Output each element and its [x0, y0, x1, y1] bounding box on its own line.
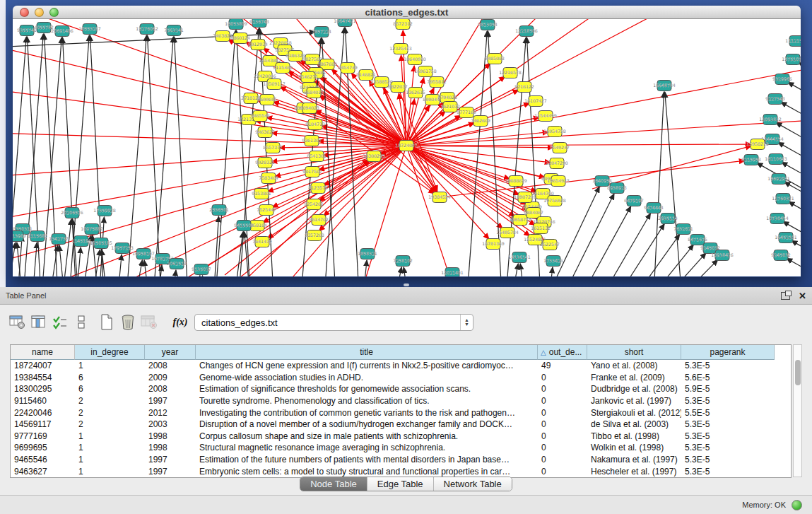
network-node-label: 15495784: [496, 230, 519, 235]
table-row[interactable]: 1456911722003Disruption of a novel membe…: [11, 419, 791, 431]
cell-out_degree: 0: [538, 431, 587, 443]
network-node-label: 9361302: [302, 138, 322, 143]
network-node-label: 19654923: [547, 178, 570, 183]
network-node-label: 1362615: [406, 90, 425, 95]
cell-short: Franke et al. (2009): [587, 372, 681, 384]
network-node-label: 17359928: [93, 208, 116, 213]
network-window[interactable]: citations_edges.txt 18724007935574140557…: [13, 6, 801, 277]
column-header-short[interactable]: short: [587, 345, 681, 360]
network-node-label: 7485083: [485, 56, 505, 61]
cell-title: Tourette syndrome. Phenomenology and cla…: [196, 395, 538, 407]
network-node-label: 16210643: [765, 156, 787, 161]
column-header-pagerank[interactable]: pagerank: [681, 345, 775, 360]
cell-short: Yano et al. (2008): [587, 360, 681, 372]
column-header-name[interactable]: name: [11, 345, 75, 360]
network-node-label: 8471676: [688, 237, 707, 242]
delete-trash-icon[interactable]: [117, 313, 139, 332]
dropdown-stepper-icon: ▲▼: [460, 315, 473, 330]
network-node-label: 17957253: [111, 245, 134, 250]
network-node-label: 8557377: [263, 145, 283, 150]
show-columns-icon[interactable]: [28, 313, 49, 332]
table-row[interactable]: 969969511998Structural magnetic resonanc…: [11, 442, 791, 454]
cell-in_degree: 2: [75, 419, 145, 431]
network-node-label: 10647421: [334, 19, 356, 23]
table-row[interactable]: 946554611997Estimation of the future num…: [11, 454, 791, 466]
table-settings-icon[interactable]: [7, 313, 28, 332]
network-node-label: 18640910: [404, 57, 426, 62]
cell-title: Changes of HCN gene expression and I(f) …: [196, 360, 538, 372]
network-node-label: 16107427: [524, 98, 547, 103]
table-panel: Table Panel ✕: [0, 287, 812, 514]
network-window-titlebar[interactable]: citations_edges.txt: [13, 6, 801, 19]
column-header-in_degree[interactable]: in_degree: [75, 345, 145, 360]
table-row[interactable]: 911546021997Tourette syndrome. Phenomeno…: [11, 395, 791, 407]
function-builder-icon[interactable]: f(x): [170, 313, 191, 332]
network-node-label: 16648784: [653, 83, 676, 88]
cell-pagerank: 5.3E-5: [681, 454, 775, 466]
memory-status-indicator[interactable]: [792, 500, 802, 510]
network-node-label: 8912934: [248, 42, 268, 47]
float-panel-icon[interactable]: [781, 292, 790, 300]
cell-year: 1998: [145, 431, 196, 443]
cell-pagerank: 5.3E-5: [681, 419, 775, 431]
table-header-row: namein_degreeyeartitle△out_de...shortpag…: [11, 345, 791, 360]
table-scrollbar[interactable]: [793, 344, 802, 477]
network-node-label: 16781369: [482, 241, 505, 246]
table-row[interactable]: 946362711997Embryonic stem cells: a mode…: [11, 465, 791, 477]
application-window: citations_edges.txt 18724007935574140557…: [0, 0, 812, 514]
table-selector-dropdown[interactable]: citations_edges.txt ▲▼: [194, 314, 473, 331]
cell-title: Genome-wide association studies in ADHD.: [196, 372, 538, 384]
network-node-label: 8541301: [307, 153, 326, 158]
cell-year: 1997: [145, 395, 196, 407]
panel-resize-grip[interactable]: [404, 284, 409, 286]
cell-short: Jankovic et al. (1997): [587, 395, 681, 407]
network-node-label: 12021401: [441, 270, 464, 275]
network-node-label: 7955812: [427, 79, 447, 84]
network-node-label: 9254201: [304, 201, 324, 206]
network-window-title: citations_edges.txt: [13, 7, 801, 18]
network-node-label: 2935114: [658, 216, 678, 221]
cell-short: Wolkin et al. (1998): [587, 442, 681, 454]
cell-name: 18724007: [11, 360, 75, 372]
network-node-label: 9928321: [255, 160, 275, 165]
tab-network-table[interactable]: Network Table: [434, 477, 512, 491]
network-node-label: 20691406: [51, 28, 73, 33]
close-panel-icon[interactable]: ✕: [799, 291, 806, 300]
cell-in_degree: 1: [75, 360, 145, 372]
column-header-title[interactable]: title: [196, 345, 538, 360]
cell-name: 9115460: [11, 395, 75, 407]
cell-out_degree: 0: [538, 407, 587, 419]
network-node-label: 18907249: [514, 194, 536, 199]
row-mode-icon[interactable]: [71, 313, 92, 332]
network-node-label: 7525447: [257, 207, 276, 212]
network-node-label: 8350311: [13, 226, 33, 231]
cell-name: 14569117: [11, 419, 75, 431]
cell-name: 18300295: [11, 383, 75, 395]
network-node-label: 12093832: [759, 117, 782, 122]
tab-edge-table[interactable]: Edge Table: [367, 477, 434, 491]
delete-table-icon: [139, 313, 160, 332]
cell-short: Stergiakouli et al. (2012): [587, 407, 681, 419]
network-node-label: 12505185: [90, 240, 112, 245]
cell-in_degree: 6: [75, 372, 145, 384]
tab-node-table[interactable]: Node Table: [300, 477, 367, 491]
table-row[interactable]: 1938455462009Genome-wide association stu…: [11, 372, 791, 384]
network-node-label: 12325413: [389, 46, 412, 51]
column-header-year[interactable]: year: [145, 345, 196, 360]
table-row[interactable]: 1872400712008Changes of HCN gene express…: [11, 360, 791, 372]
network-node-label: 8216122: [514, 84, 534, 89]
network-node-label: 10958107: [132, 251, 155, 256]
new-document-icon[interactable]: [96, 313, 117, 332]
network-node-label: 8215953: [741, 157, 761, 162]
column-header-out_degree[interactable]: △out_de...: [538, 345, 587, 360]
table-row[interactable]: 1830029562008Estimation of significance …: [11, 383, 791, 395]
select-checks-icon[interactable]: [49, 313, 71, 332]
table-row[interactable]: 2242004622012Investigating the contribut…: [11, 407, 791, 419]
table-scrollbar-thumb[interactable]: [795, 360, 801, 385]
network-canvas[interactable]: 1872400793557414055782206914061055328715…: [13, 19, 801, 276]
network-node-label: 9136743: [249, 19, 269, 24]
table-row[interactable]: 977716911998Corpus callosum shape and si…: [11, 431, 791, 443]
cell-pagerank: 5.3E-5: [681, 360, 775, 372]
network-node-label: 7641439: [252, 239, 272, 244]
network-node-label: 2062513: [167, 261, 187, 266]
